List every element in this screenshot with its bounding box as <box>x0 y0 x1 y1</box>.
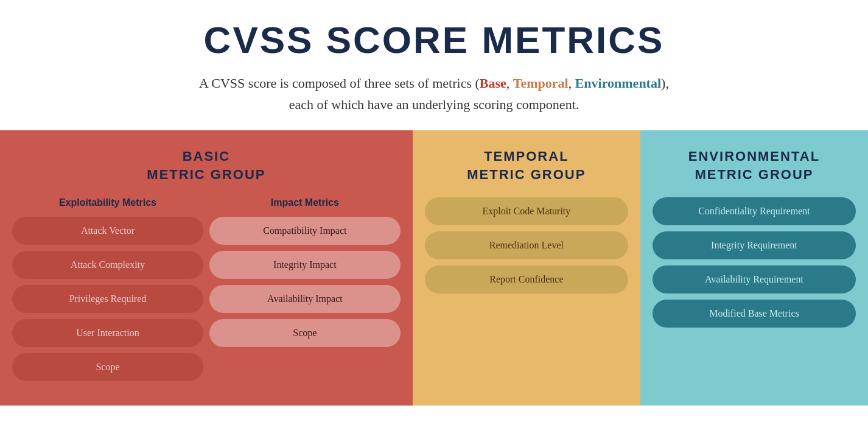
list-item: Report Confidence <box>425 265 628 293</box>
basic-metric-group: BASIC METRIC GROUP Exploitability Metric… <box>0 130 413 405</box>
list-item: Attack Complexity <box>12 251 203 279</box>
list-item: Exploit Code Maturity <box>425 197 628 225</box>
list-item: Modified Base Metrics <box>653 300 856 328</box>
subtitle-environmental: Environmental <box>575 76 661 91</box>
metrics-grid: BASIC METRIC GROUP Exploitability Metric… <box>0 130 868 405</box>
environmental-metric-group: ENVIRONMENTAL METRIC GROUP Confidentiali… <box>640 130 868 405</box>
environmental-pills: Confidentiality Requirement Integrity Re… <box>653 197 856 334</box>
basic-group-title: BASIC METRIC GROUP <box>12 147 401 183</box>
subtitle-suffix: ), <box>661 76 669 91</box>
list-item: Compatibility Impact <box>209 217 401 245</box>
list-item: Integrity Requirement <box>653 231 856 259</box>
list-item: Scope <box>209 319 401 347</box>
list-item: Integrity Impact <box>209 251 401 279</box>
basic-columns: Exploitability Metrics Attack Vector Att… <box>12 197 401 387</box>
list-item: Availability Impact <box>209 285 401 313</box>
temporal-group-title: TEMPORAL METRIC GROUP <box>425 147 628 183</box>
environmental-group-title: ENVIRONMENTAL METRIC GROUP <box>653 147 856 183</box>
list-item: Privileges Required <box>12 285 203 313</box>
temporal-pills: Exploit Code Maturity Remediation Level … <box>425 197 628 300</box>
list-item: Scope <box>12 353 203 381</box>
page-title: CVSS SCORE METRICS <box>12 18 856 61</box>
subtitle: A CVSS score is composed of three sets o… <box>12 72 856 115</box>
header-section: CVSS SCORE METRICS A CVSS score is compo… <box>0 0 868 130</box>
temporal-metric-group: TEMPORAL METRIC GROUP Exploit Code Matur… <box>413 130 640 405</box>
list-item: Attack Vector <box>12 217 203 245</box>
subtitle-line2: each of which have an underlying scoring… <box>289 97 579 112</box>
list-item: User Interaction <box>12 319 203 347</box>
subtitle-comma1: , <box>506 76 513 91</box>
exploitability-label: Exploitability Metrics <box>12 197 203 208</box>
impact-label: Impact Metrics <box>209 197 401 208</box>
subtitle-base: Base <box>480 76 506 91</box>
subtitle-comma2: , <box>569 76 575 91</box>
impact-col: Impact Metrics Compatibility Impact Inte… <box>209 197 401 387</box>
subtitle-prefix: A CVSS score is composed of three sets o… <box>199 76 480 91</box>
list-item: Availability Requirement <box>653 265 856 293</box>
list-item: Remediation Level <box>425 231 628 259</box>
subtitle-temporal: Temporal <box>513 76 569 91</box>
exploitability-col: Exploitability Metrics Attack Vector Att… <box>12 197 203 387</box>
list-item: Confidentiality Requirement <box>653 197 856 225</box>
